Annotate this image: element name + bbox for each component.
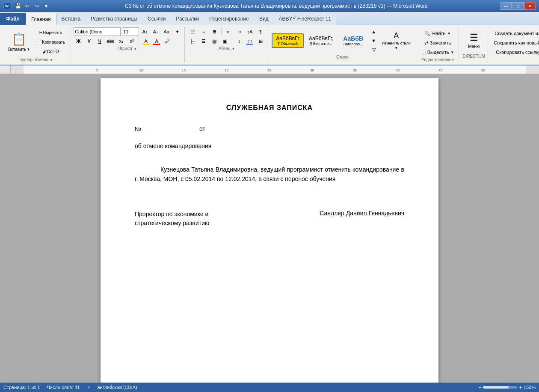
- show-marks-button[interactable]: ¶: [256, 27, 265, 36]
- document-area[interactable]: СЛУЖЕБНАЯ ЗАПИСКА № от об отмене команди…: [0, 74, 539, 384]
- styles-group: АаБбВвГг ¶ Обычный АаБбВвГг, ¶ Без инте.…: [269, 27, 416, 63]
- zoom-slider[interactable]: [483, 386, 517, 389]
- align-center-button[interactable]: ☰: [199, 37, 208, 45]
- style-no-spacing[interactable]: АаБбВвГг, ¶ Без инте...: [305, 33, 338, 48]
- tab-refs[interactable]: Ссылки: [142, 13, 171, 25]
- tab-mailing[interactable]: Рассылки: [171, 13, 204, 25]
- text-highlight-button[interactable]: A: [141, 37, 151, 45]
- line-spacing-button[interactable]: ↕: [234, 37, 244, 45]
- font-color-button[interactable]: A: [152, 37, 161, 45]
- save-as-new-button[interactable]: Сохранить как новый документ: [492, 39, 539, 47]
- tab-review[interactable]: Рецензирование: [204, 13, 254, 25]
- from-label: от: [199, 125, 205, 132]
- tab-insert[interactable]: Вставка: [56, 13, 86, 25]
- bold-button[interactable]: Ж: [74, 37, 83, 45]
- align-left-button[interactable]: ⬱: [188, 37, 198, 45]
- multilevel-list-button[interactable]: ≣: [210, 27, 219, 36]
- increase-indent-button[interactable]: ⇥: [234, 27, 244, 36]
- create-from-template-button[interactable]: Создать документ из шаблона: [492, 29, 539, 38]
- style-more-button[interactable]: ▽: [369, 45, 379, 54]
- para-color-button[interactable]: ◻: [245, 37, 255, 45]
- word-count: Число слов: 41: [47, 385, 80, 390]
- document-page: СЛУЖЕБНАЯ ЗАПИСКА № от об отмене команди…: [101, 78, 438, 384]
- paragraph-group: ☰ ≡ ≣ ⇤ ⇥ ↕A ¶ ⬱ ☰ ▤ ▣ ↕ ◻ ⊞ Абзац ▼: [186, 27, 268, 63]
- document-title: СЛУЖЕБНАЯ ЗАПИСКА: [135, 104, 404, 112]
- edit-content: 🔍 Найти ▼ ⇄ Заменить ⬚ Выделить ▼: [419, 27, 456, 56]
- sort-button[interactable]: ↕A: [245, 27, 255, 36]
- zoom-in-icon[interactable]: +: [519, 385, 521, 390]
- date-underline[interactable]: [209, 125, 277, 132]
- style-up-button[interactable]: ▲: [369, 27, 379, 36]
- change-styles-button[interactable]: A Изменить стили ▼: [379, 28, 413, 53]
- menu-button[interactable]: ☰ Меню: [465, 27, 483, 53]
- paste-button[interactable]: 📋 Вставить▼: [5, 29, 33, 55]
- find-button[interactable]: 🔍 Найти ▼: [419, 29, 456, 38]
- decrease-indent-button[interactable]: ⇤: [224, 27, 233, 36]
- align-right-button[interactable]: ▤: [210, 37, 219, 45]
- clipboard-content: 📋 Вставить▼ ✂ Вырезать 📄 Копировать 🖌 Oc…: [5, 27, 67, 56]
- qat-more-button[interactable]: ▼: [42, 2, 50, 10]
- svg-text:45: 45: [438, 68, 442, 72]
- directum-label: DIRECTUM: [462, 54, 485, 59]
- strikethrough-button[interactable]: abc: [106, 37, 115, 45]
- tab-home[interactable]: Главная: [26, 13, 56, 25]
- redo-button[interactable]: ↪: [33, 2, 41, 10]
- numbered-list-button[interactable]: ≡: [199, 27, 208, 36]
- window-title: С3 № от об отмене командирования Кузнецо…: [52, 3, 500, 9]
- clear-format-button[interactable]: ✦: [172, 27, 182, 36]
- document-body: Кузнецова Татьяна Владимировна, ведущий …: [135, 165, 404, 184]
- zoom-control[interactable]: − + 150%: [479, 385, 536, 390]
- zoom-out-icon[interactable]: −: [479, 385, 481, 390]
- grow-font-button[interactable]: A↑: [140, 27, 150, 36]
- maximize-button[interactable]: □: [512, 2, 524, 10]
- number-underline[interactable]: [145, 125, 196, 132]
- bullet-list-button[interactable]: ☰: [188, 27, 198, 36]
- style-normal[interactable]: АаБбВвГг ¶ Обычный: [272, 33, 304, 48]
- font-family-select[interactable]: [74, 27, 121, 36]
- border-button[interactable]: ⊞: [256, 37, 265, 45]
- format-painter-button[interactable]: 🖌 OcHO: [34, 47, 67, 56]
- shrink-font-button[interactable]: A↓: [151, 27, 160, 36]
- copy-link-button[interactable]: Скопировать ссылку в буфер: [492, 48, 539, 56]
- tab-layout[interactable]: Разметка страницы: [86, 13, 142, 25]
- font-size-select[interactable]: [122, 27, 139, 36]
- underline-button[interactable]: Ч: [95, 37, 104, 45]
- ruler-marks: 5 10 15 20 25 30 35 40 45 50: [11, 65, 539, 74]
- shading-button[interactable]: 🖊: [163, 37, 172, 45]
- paste-label: Вставить▼: [8, 47, 30, 52]
- style-gallery-controls: ▲ ▼ ▽: [369, 27, 379, 54]
- tab-file[interactable]: Файл: [0, 13, 26, 25]
- directum-content: Создать документ из шаблона Сохранить ка…: [492, 27, 539, 56]
- superscript-button[interactable]: x²: [127, 37, 136, 45]
- close-button[interactable]: ✕: [524, 2, 536, 10]
- styles-content: АаБбВвГг ¶ Обычный АаБбВвГг, ¶ Без инте.…: [272, 27, 413, 54]
- tab-abbyy[interactable]: ABBYY FineReader 11: [274, 13, 337, 25]
- undo-button[interactable]: ↩: [23, 2, 32, 10]
- cut-button[interactable]: ✂ Вырезать: [34, 28, 67, 37]
- menu-label: Меню: [468, 44, 480, 49]
- status-bar: Страница: 1 из 1 Число слов: 41 ✓ англий…: [0, 383, 539, 392]
- replace-button[interactable]: ⇄ Заменить: [419, 39, 456, 47]
- justify-button[interactable]: ▣: [220, 37, 230, 45]
- copy-button[interactable]: 📄 Копировать: [34, 38, 67, 46]
- style-heading1[interactable]: АаБбВ Заголово...: [338, 33, 368, 48]
- font-label: Шрифт ▼: [118, 46, 137, 51]
- quick-access-toolbar: 💾 ↩ ↪ ▼: [12, 2, 52, 10]
- change-case-button[interactable]: Aa: [162, 27, 171, 36]
- save-button[interactable]: 💾: [14, 2, 22, 10]
- italic-button[interactable]: К: [84, 37, 94, 45]
- minimize-button[interactable]: —: [500, 2, 512, 10]
- subscript-button[interactable]: x₂: [116, 37, 126, 45]
- style-no-spacing-preview: АаБбВвГг,: [309, 36, 333, 42]
- ruler-body: 5 10 15 20 25 30 35 40 45 50: [11, 65, 539, 74]
- menu-group: ☰ Меню DIRECTUM: [460, 27, 488, 63]
- para-row2: ⬱ ☰ ▤ ▣ ↕ ◻ ⊞: [188, 37, 265, 45]
- select-button[interactable]: ⬚ Выделить ▼: [419, 48, 456, 56]
- style-heading1-label: Заголово...: [343, 42, 364, 46]
- style-down-button[interactable]: ▼: [369, 36, 379, 45]
- tab-view[interactable]: Вид: [254, 13, 274, 25]
- find-icon: 🔍: [424, 31, 430, 36]
- directum-group: Создать документ из шаблона Сохранить ка…: [489, 27, 539, 63]
- title-bar-left: W 💾 ↩ ↪ ▼: [3, 2, 52, 10]
- font-group: A↑ A↓ Aa ✦ Ж К Ч abc x₂ x² A A 🖊 Шрифт ▼: [71, 27, 185, 63]
